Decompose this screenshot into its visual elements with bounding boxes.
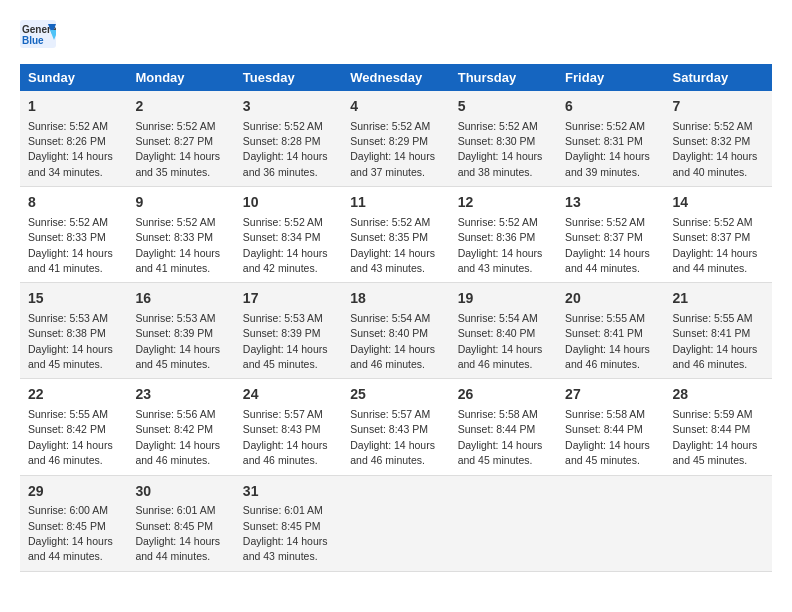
- day-number: 11: [350, 193, 441, 213]
- calendar-cell: 5 Sunrise: 5:52 AMSunset: 8:30 PMDayligh…: [450, 91, 557, 187]
- day-number: 4: [350, 97, 441, 117]
- day-number: 16: [135, 289, 226, 309]
- day-number: 28: [673, 385, 764, 405]
- day-number: 20: [565, 289, 656, 309]
- day-info: Sunrise: 5:53 AMSunset: 8:39 PMDaylight:…: [135, 312, 220, 370]
- day-info: Sunrise: 5:54 AMSunset: 8:40 PMDaylight:…: [458, 312, 543, 370]
- calendar-cell: [665, 475, 772, 571]
- day-info: Sunrise: 6:00 AMSunset: 8:45 PMDaylight:…: [28, 504, 113, 562]
- calendar-week-row: 22 Sunrise: 5:55 AMSunset: 8:42 PMDaylig…: [20, 379, 772, 475]
- day-number: 19: [458, 289, 549, 309]
- day-info: Sunrise: 5:53 AMSunset: 8:39 PMDaylight:…: [243, 312, 328, 370]
- day-info: Sunrise: 5:52 AMSunset: 8:33 PMDaylight:…: [28, 216, 113, 274]
- header-tuesday: Tuesday: [235, 64, 342, 91]
- calendar-cell: 27 Sunrise: 5:58 AMSunset: 8:44 PMDaylig…: [557, 379, 664, 475]
- header-monday: Monday: [127, 64, 234, 91]
- calendar-week-row: 8 Sunrise: 5:52 AMSunset: 8:33 PMDayligh…: [20, 187, 772, 283]
- calendar-cell: 8 Sunrise: 5:52 AMSunset: 8:33 PMDayligh…: [20, 187, 127, 283]
- day-info: Sunrise: 5:52 AMSunset: 8:32 PMDaylight:…: [673, 120, 758, 178]
- calendar-table: SundayMondayTuesdayWednesdayThursdayFrid…: [20, 64, 772, 572]
- day-number: 2: [135, 97, 226, 117]
- calendar-cell: 15 Sunrise: 5:53 AMSunset: 8:38 PMDaylig…: [20, 283, 127, 379]
- calendar-cell: 18 Sunrise: 5:54 AMSunset: 8:40 PMDaylig…: [342, 283, 449, 379]
- day-info: Sunrise: 5:52 AMSunset: 8:34 PMDaylight:…: [243, 216, 328, 274]
- day-number: 9: [135, 193, 226, 213]
- calendar-cell: 19 Sunrise: 5:54 AMSunset: 8:40 PMDaylig…: [450, 283, 557, 379]
- day-number: 1: [28, 97, 119, 117]
- day-number: 15: [28, 289, 119, 309]
- day-info: Sunrise: 6:01 AMSunset: 8:45 PMDaylight:…: [135, 504, 220, 562]
- header-sunday: Sunday: [20, 64, 127, 91]
- day-info: Sunrise: 5:52 AMSunset: 8:26 PMDaylight:…: [28, 120, 113, 178]
- calendar-cell: 13 Sunrise: 5:52 AMSunset: 8:37 PMDaylig…: [557, 187, 664, 283]
- calendar-cell: [342, 475, 449, 571]
- header-friday: Friday: [557, 64, 664, 91]
- day-info: Sunrise: 5:52 AMSunset: 8:29 PMDaylight:…: [350, 120, 435, 178]
- day-info: Sunrise: 5:55 AMSunset: 8:41 PMDaylight:…: [673, 312, 758, 370]
- day-info: Sunrise: 5:52 AMSunset: 8:35 PMDaylight:…: [350, 216, 435, 274]
- calendar-cell: 3 Sunrise: 5:52 AMSunset: 8:28 PMDayligh…: [235, 91, 342, 187]
- day-number: 10: [243, 193, 334, 213]
- calendar-cell: [450, 475, 557, 571]
- calendar-cell: 6 Sunrise: 5:52 AMSunset: 8:31 PMDayligh…: [557, 91, 664, 187]
- day-number: 21: [673, 289, 764, 309]
- calendar-cell: 20 Sunrise: 5:55 AMSunset: 8:41 PMDaylig…: [557, 283, 664, 379]
- calendar-cell: 1 Sunrise: 5:52 AMSunset: 8:26 PMDayligh…: [20, 91, 127, 187]
- day-info: Sunrise: 5:55 AMSunset: 8:42 PMDaylight:…: [28, 408, 113, 466]
- calendar-cell: 25 Sunrise: 5:57 AMSunset: 8:43 PMDaylig…: [342, 379, 449, 475]
- day-number: 18: [350, 289, 441, 309]
- calendar-cell: 31 Sunrise: 6:01 AMSunset: 8:45 PMDaylig…: [235, 475, 342, 571]
- header-wednesday: Wednesday: [342, 64, 449, 91]
- calendar-cell: 2 Sunrise: 5:52 AMSunset: 8:27 PMDayligh…: [127, 91, 234, 187]
- day-number: 22: [28, 385, 119, 405]
- logo-icon: General Blue: [20, 20, 56, 48]
- day-info: Sunrise: 5:52 AMSunset: 8:36 PMDaylight:…: [458, 216, 543, 274]
- day-number: 8: [28, 193, 119, 213]
- calendar-cell: [557, 475, 664, 571]
- logo: General Blue: [20, 20, 56, 48]
- calendar-cell: 7 Sunrise: 5:52 AMSunset: 8:32 PMDayligh…: [665, 91, 772, 187]
- day-info: Sunrise: 5:52 AMSunset: 8:31 PMDaylight:…: [565, 120, 650, 178]
- day-info: Sunrise: 5:52 AMSunset: 8:37 PMDaylight:…: [673, 216, 758, 274]
- calendar-cell: 26 Sunrise: 5:58 AMSunset: 8:44 PMDaylig…: [450, 379, 557, 475]
- svg-text:Blue: Blue: [22, 35, 44, 46]
- day-info: Sunrise: 5:57 AMSunset: 8:43 PMDaylight:…: [243, 408, 328, 466]
- day-number: 7: [673, 97, 764, 117]
- calendar-cell: 17 Sunrise: 5:53 AMSunset: 8:39 PMDaylig…: [235, 283, 342, 379]
- day-number: 27: [565, 385, 656, 405]
- day-info: Sunrise: 6:01 AMSunset: 8:45 PMDaylight:…: [243, 504, 328, 562]
- day-number: 24: [243, 385, 334, 405]
- day-number: 23: [135, 385, 226, 405]
- calendar-cell: 4 Sunrise: 5:52 AMSunset: 8:29 PMDayligh…: [342, 91, 449, 187]
- calendar-cell: 30 Sunrise: 6:01 AMSunset: 8:45 PMDaylig…: [127, 475, 234, 571]
- calendar-cell: 16 Sunrise: 5:53 AMSunset: 8:39 PMDaylig…: [127, 283, 234, 379]
- page-header: General Blue: [20, 20, 772, 48]
- day-number: 17: [243, 289, 334, 309]
- day-info: Sunrise: 5:55 AMSunset: 8:41 PMDaylight:…: [565, 312, 650, 370]
- day-info: Sunrise: 5:59 AMSunset: 8:44 PMDaylight:…: [673, 408, 758, 466]
- day-info: Sunrise: 5:52 AMSunset: 8:30 PMDaylight:…: [458, 120, 543, 178]
- calendar-cell: 9 Sunrise: 5:52 AMSunset: 8:33 PMDayligh…: [127, 187, 234, 283]
- day-number: 5: [458, 97, 549, 117]
- calendar-cell: 21 Sunrise: 5:55 AMSunset: 8:41 PMDaylig…: [665, 283, 772, 379]
- calendar-cell: 11 Sunrise: 5:52 AMSunset: 8:35 PMDaylig…: [342, 187, 449, 283]
- day-info: Sunrise: 5:58 AMSunset: 8:44 PMDaylight:…: [458, 408, 543, 466]
- calendar-cell: 28 Sunrise: 5:59 AMSunset: 8:44 PMDaylig…: [665, 379, 772, 475]
- day-info: Sunrise: 5:52 AMSunset: 8:28 PMDaylight:…: [243, 120, 328, 178]
- day-number: 29: [28, 482, 119, 502]
- calendar-week-row: 15 Sunrise: 5:53 AMSunset: 8:38 PMDaylig…: [20, 283, 772, 379]
- day-info: Sunrise: 5:57 AMSunset: 8:43 PMDaylight:…: [350, 408, 435, 466]
- calendar-cell: 12 Sunrise: 5:52 AMSunset: 8:36 PMDaylig…: [450, 187, 557, 283]
- day-info: Sunrise: 5:53 AMSunset: 8:38 PMDaylight:…: [28, 312, 113, 370]
- day-number: 13: [565, 193, 656, 213]
- calendar-cell: 14 Sunrise: 5:52 AMSunset: 8:37 PMDaylig…: [665, 187, 772, 283]
- day-info: Sunrise: 5:58 AMSunset: 8:44 PMDaylight:…: [565, 408, 650, 466]
- day-info: Sunrise: 5:52 AMSunset: 8:37 PMDaylight:…: [565, 216, 650, 274]
- day-info: Sunrise: 5:54 AMSunset: 8:40 PMDaylight:…: [350, 312, 435, 370]
- calendar-cell: 22 Sunrise: 5:55 AMSunset: 8:42 PMDaylig…: [20, 379, 127, 475]
- calendar-week-row: 1 Sunrise: 5:52 AMSunset: 8:26 PMDayligh…: [20, 91, 772, 187]
- header-saturday: Saturday: [665, 64, 772, 91]
- day-number: 3: [243, 97, 334, 117]
- calendar-week-row: 29 Sunrise: 6:00 AMSunset: 8:45 PMDaylig…: [20, 475, 772, 571]
- calendar-cell: 10 Sunrise: 5:52 AMSunset: 8:34 PMDaylig…: [235, 187, 342, 283]
